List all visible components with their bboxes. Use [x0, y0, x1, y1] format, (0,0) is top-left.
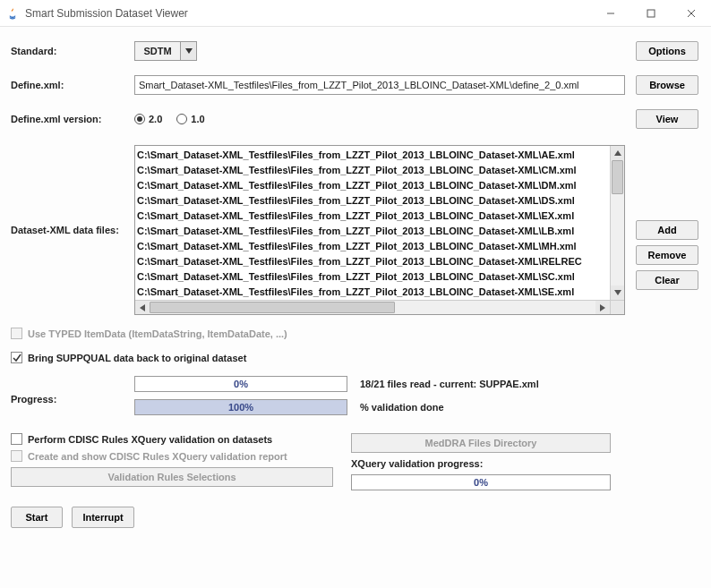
window-title: Smart Submission Dataset Viewer: [25, 7, 590, 20]
java-app-icon: [5, 6, 20, 21]
interrupt-button[interactable]: Interrupt: [72, 507, 134, 528]
standard-combo-value: SDTM: [135, 46, 180, 56]
validation-progress-bar: 100%: [134, 399, 347, 415]
list-item[interactable]: C:\Smart_Dataset-XML_Testfiles\Files_fro…: [137, 239, 610, 254]
svg-marker-7: [140, 304, 145, 311]
meddra-dir-button: MedDRA Files Directory: [351, 433, 611, 453]
files-progress-text: 0%: [135, 377, 347, 391]
list-item[interactable]: C:\Smart_Dataset-XML_Testfiles\Files_fro…: [137, 178, 610, 193]
window-minimize-button[interactable]: [590, 0, 630, 27]
scroll-left-icon[interactable]: [135, 301, 150, 314]
standard-combo[interactable]: SDTM: [134, 41, 197, 61]
typed-itemdata-label: Use TYPED ItemData (ItemDataString, Item…: [28, 328, 287, 339]
list-item[interactable]: C:\Smart_Dataset-XML_Testfiles\Files_fro…: [137, 163, 610, 178]
radio-unselected-icon: [176, 114, 187, 124]
typed-itemdata-checkbox: Use TYPED ItemData (ItemDataString, Item…: [11, 328, 700, 339]
window-titlebar: Smart Submission Dataset Viewer: [0, 0, 711, 27]
xquery-progress-text: 0%: [352, 475, 610, 490]
list-item[interactable]: C:\Smart_Dataset-XML_Testfiles\Files_fro…: [137, 209, 610, 224]
svg-marker-4: [185, 48, 193, 54]
xquery-progress-bar: 0%: [351, 474, 611, 490]
scrollbar-thumb[interactable]: [150, 302, 395, 313]
start-button[interactable]: Start: [11, 507, 63, 528]
validation-progress-label: % validation done: [360, 402, 444, 413]
svg-marker-8: [600, 304, 605, 311]
browse-button[interactable]: Browse: [636, 75, 698, 95]
suppqual-label: Bring SUPPQUAL data back to original dat…: [28, 353, 246, 363]
validation-rules-button: Validation Rules Selections: [11, 467, 333, 487]
add-button[interactable]: Add: [636, 220, 698, 240]
data-files-label: Dataset-XML data files:: [11, 225, 134, 235]
clear-button[interactable]: Clear: [636, 270, 698, 290]
list-item[interactable]: C:\Smart_Dataset-XML_Testfiles\Files_fro…: [137, 285, 610, 300]
options-button[interactable]: Options: [636, 41, 698, 61]
checkbox-unchecked-icon: [11, 433, 22, 445]
define-xml-path-input[interactable]: Smart_Dataset-XML_Testfiles\Files_from_L…: [134, 75, 625, 95]
progress-label: Progress:: [11, 376, 134, 405]
list-item[interactable]: C:\Smart_Dataset-XML_Testfiles\Files_fro…: [137, 269, 610, 285]
version-20-label: 2.0: [149, 114, 162, 124]
perform-xquery-checkbox[interactable]: Perform CDISC Rules XQuery validation on…: [11, 433, 351, 445]
list-item[interactable]: C:\Smart_Dataset-XML_Testfiles\Files_fro…: [137, 193, 610, 209]
checkbox-unchecked-icon: [11, 450, 22, 462]
perform-xquery-label: Perform CDISC Rules XQuery validation on…: [28, 434, 272, 445]
svg-marker-5: [614, 150, 621, 156]
create-report-label: Create and show CDISC Rules XQuery valid…: [28, 451, 287, 462]
checkbox-unchecked-icon: [11, 328, 22, 339]
checkbox-checked-icon: [11, 352, 22, 363]
files-progress-bar: 0%: [134, 376, 347, 392]
svg-marker-6: [614, 290, 621, 295]
validation-progress-text: 100%: [135, 400, 347, 414]
window-close-button[interactable]: [671, 0, 711, 27]
list-item[interactable]: C:\Smart_Dataset-XML_Testfiles\Files_fro…: [137, 224, 610, 239]
suppqual-checkbox[interactable]: Bring SUPPQUAL data back to original dat…: [11, 352, 700, 363]
remove-button[interactable]: Remove: [636, 245, 698, 265]
scroll-up-icon[interactable]: [611, 146, 624, 160]
scroll-right-icon[interactable]: [595, 301, 610, 314]
scrollbar-thumb[interactable]: [612, 160, 623, 194]
scroll-down-icon[interactable]: [611, 285, 624, 300]
define-version-label: Define.xml version:: [11, 114, 134, 124]
xquery-progress-label: XQuery validation progress:: [351, 458, 700, 469]
version-20-radio[interactable]: 2.0: [134, 114, 162, 124]
version-10-label: 1.0: [191, 114, 204, 124]
list-item[interactable]: C:\Smart_Dataset-XML_Testfiles\Files_fro…: [137, 254, 610, 269]
data-files-listbox[interactable]: C:\Smart_Dataset-XML_Testfiles\Files_fro…: [134, 145, 625, 315]
version-10-radio[interactable]: 1.0: [176, 114, 204, 124]
window-maximize-button[interactable]: [630, 0, 671, 27]
define-xml-label: Define.xml:: [11, 80, 134, 90]
listbox-vertical-scrollbar[interactable]: [610, 146, 624, 300]
scrollbar-corner: [610, 301, 624, 314]
files-progress-status: 18/21 files read - current: SUPPAE.xml: [360, 379, 539, 389]
standard-label: Standard:: [11, 46, 134, 56]
chevron-down-icon: [180, 42, 196, 60]
view-button[interactable]: View: [636, 109, 698, 129]
create-report-checkbox: Create and show CDISC Rules XQuery valid…: [11, 450, 351, 462]
radio-selected-icon: [134, 114, 145, 124]
listbox-horizontal-scrollbar[interactable]: [135, 300, 624, 314]
list-item[interactable]: C:\Smart_Dataset-XML_Testfiles\Files_fro…: [137, 148, 610, 163]
svg-rect-1: [647, 10, 655, 17]
